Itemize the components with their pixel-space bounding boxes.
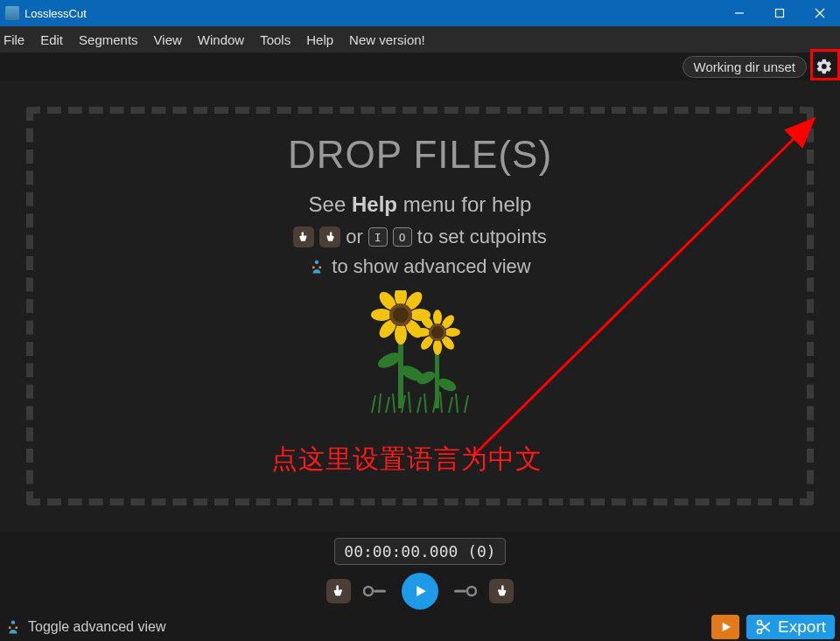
svg-rect-1 [776, 10, 784, 17]
annotation-highlight-box [810, 49, 840, 80]
svg-line-9 [386, 397, 389, 413]
jump-start-button[interactable] [363, 584, 389, 598]
svg-point-5 [312, 266, 315, 268]
working-dir-button[interactable]: Working dir unset [682, 56, 807, 78]
svg-line-14 [424, 394, 426, 413]
toggle-advanced-view[interactable]: Toggle advanced view [5, 619, 165, 635]
set-start-cutpoint-button[interactable] [326, 579, 351, 603]
hand-left-icon [293, 226, 314, 247]
drop-help-line: See Help menu for help [0, 192, 840, 217]
svg-line-17 [449, 397, 452, 413]
drop-cutpoints-text: to set cutpoints [417, 226, 547, 248]
svg-line-8 [379, 394, 381, 413]
svg-point-50 [467, 587, 476, 596]
scissors-icon [755, 618, 773, 636]
export-button[interactable]: Export [746, 615, 835, 639]
drop-help-bold: Help [352, 192, 397, 216]
menu-view[interactable]: View [154, 32, 182, 47]
drop-title: DROP FILE(S) [0, 133, 840, 177]
svg-line-16 [440, 392, 442, 413]
svg-line-56 [761, 624, 770, 631]
svg-point-52 [9, 626, 11, 629]
drop-or-text: or [346, 226, 363, 248]
menu-help[interactable]: Help [306, 32, 333, 47]
menubar: File Edit Segments View Window Tools Hel… [0, 26, 840, 52]
svg-point-55 [758, 629, 762, 633]
svg-point-6 [319, 266, 322, 268]
svg-point-54 [758, 620, 762, 624]
key-o: O [393, 227, 412, 247]
set-end-cutpoint-button[interactable] [489, 579, 514, 603]
svg-rect-48 [374, 590, 386, 593]
drop-help-pre: See [309, 192, 352, 216]
svg-point-47 [364, 587, 373, 596]
main-drop-area[interactable]: DROP FILE(S) See Help menu for help or I… [0, 80, 840, 532]
toggle-advanced-label: Toggle advanced view [28, 619, 165, 635]
timecode-display[interactable]: 00:00:00.000 (0) [334, 538, 505, 565]
sunflower-illustration [363, 290, 477, 413]
person-icon [309, 259, 325, 275]
svg-point-30 [395, 324, 407, 345]
svg-line-12 [409, 392, 410, 413]
svg-point-42 [415, 328, 430, 337]
svg-line-18 [456, 394, 458, 413]
drop-cutpoints-line: or I O to set cutpoints [0, 226, 840, 248]
export-label: Export [778, 617, 826, 637]
hand-right-icon [319, 226, 340, 247]
window-titlebar: LosslessCut [0, 0, 840, 26]
svg-point-51 [11, 620, 16, 624]
drop-advanced-line: to show advanced view [0, 255, 840, 278]
svg-line-7 [372, 395, 375, 413]
menu-file[interactable]: File [4, 32, 24, 47]
secondary-toolbar: Working dir unset [0, 52, 840, 80]
svg-line-57 [761, 623, 770, 630]
svg-point-53 [15, 626, 18, 629]
open-file-button[interactable] [711, 615, 739, 639]
play-button[interactable] [402, 573, 438, 610]
jump-end-button[interactable] [451, 584, 477, 598]
window-title: LosslessCut [24, 7, 87, 20]
drop-zone-content: DROP FILE(S) See Help menu for help or I… [0, 133, 840, 413]
menu-segments[interactable]: Segments [79, 32, 138, 47]
key-i: I [368, 227, 388, 247]
playback-controls [0, 570, 840, 612]
svg-point-38 [444, 328, 460, 337]
svg-line-13 [417, 397, 421, 413]
svg-rect-49 [454, 590, 466, 593]
maximize-button[interactable] [760, 0, 800, 26]
svg-point-45 [431, 326, 444, 338]
drop-help-post: menu for help [397, 192, 531, 216]
svg-point-32 [371, 309, 392, 321]
bottom-bar: Toggle advanced view Export [0, 612, 840, 641]
close-button[interactable] [800, 0, 840, 26]
svg-point-35 [393, 307, 409, 323]
drop-advanced-text: to show advanced view [332, 255, 530, 278]
svg-point-4 [315, 261, 319, 265]
svg-line-19 [465, 395, 468, 413]
annotation-text: 点这里设置语言为中文 [271, 442, 542, 477]
menu-edit[interactable]: Edit [40, 32, 63, 47]
svg-point-36 [433, 310, 442, 325]
play-file-icon [718, 620, 732, 634]
app-icon [5, 6, 19, 20]
minimize-button[interactable] [719, 0, 760, 26]
svg-point-40 [433, 339, 442, 355]
svg-line-10 [393, 394, 395, 413]
timecode-bar: 00:00:00.000 (0) [0, 532, 840, 570]
menu-window[interactable]: Window [198, 32, 244, 47]
svg-point-25 [436, 376, 458, 394]
menu-new-version[interactable]: New version! [349, 32, 425, 47]
person-icon [5, 619, 21, 635]
menu-tools[interactable]: Tools [260, 32, 290, 47]
